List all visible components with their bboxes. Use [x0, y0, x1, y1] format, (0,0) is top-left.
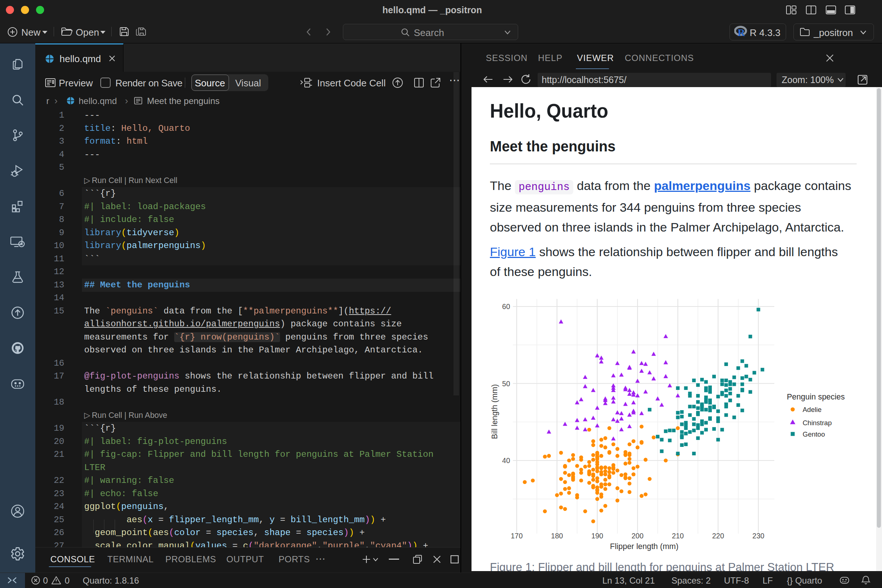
svg-text:Penguin species: Penguin species — [787, 393, 845, 401]
svg-text:Flipper length (mm): Flipper length (mm) — [610, 542, 678, 551]
svg-text:180: 180 — [551, 532, 563, 540]
svg-text:R: R — [738, 27, 745, 38]
svg-text:Adelie: Adelie — [802, 406, 821, 413]
svg-text:230: 230 — [752, 532, 764, 540]
svg-text:220: 220 — [712, 532, 724, 540]
svg-text:170: 170 — [511, 532, 523, 540]
svg-text:Bill length (mm): Bill length (mm) — [490, 384, 499, 439]
svg-text:Gentoo: Gentoo — [802, 430, 825, 438]
svg-text:200: 200 — [632, 532, 644, 540]
svg-text:190: 190 — [591, 532, 603, 540]
svg-text:60: 60 — [502, 303, 510, 310]
svg-text:Chinstrap: Chinstrap — [802, 419, 832, 427]
svg-text:50: 50 — [502, 380, 510, 388]
svg-text:40: 40 — [502, 456, 510, 465]
svg-text:210: 210 — [672, 532, 684, 540]
